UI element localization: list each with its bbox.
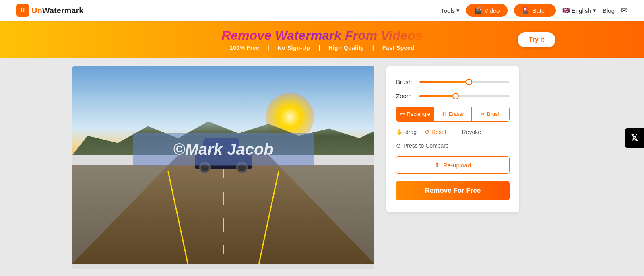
flag-icon: 🇬🇧 [562, 7, 570, 14]
logo[interactable]: U UnWatermark [16, 4, 83, 17]
banner-content: Remove Watermark From Videos 100% Free |… [221, 28, 423, 51]
mail-icon[interactable]: ✉ [621, 6, 628, 15]
eraser-tool-button[interactable]: 🗑 Eraser [434, 107, 472, 121]
right-spacer [519, 66, 644, 269]
left-spacer [0, 66, 72, 269]
brush-tool-button[interactable]: ✏ Brush [472, 107, 509, 121]
action-row: ✋ drag ↺ Reset ← Revoke [396, 129, 510, 135]
tool-buttons-group: ▭ Rectangle 🗑 Eraser ✏ Brush [396, 107, 510, 122]
x-twitter-button[interactable]: 𝕏 [625, 128, 644, 148]
banner-quality: High Quality [328, 45, 364, 51]
brush-label: Brush [396, 78, 414, 85]
zoom-slider-track[interactable] [419, 95, 510, 97]
banner-speed: Fast Speed [382, 45, 415, 51]
brush-icon: ✏ [481, 111, 485, 117]
drag-button[interactable]: ✋ drag [396, 129, 417, 135]
road-center-lines [223, 165, 224, 254]
zoom-slider-fill [419, 95, 456, 97]
logo-text: UnWatermark [31, 6, 83, 15]
controls-panel: Brush Zoom ▭ Rectangle 🗑 Eraser [386, 66, 519, 212]
hand-icon: ✋ [396, 129, 403, 135]
rectangle-tool-button[interactable]: ▭ Rectangle [396, 107, 434, 121]
zoom-label: Zoom [396, 93, 414, 99]
zoom-slider-thumb[interactable] [452, 93, 459, 99]
batch-button[interactable]: 🎴 Batch [514, 4, 555, 17]
remove-button[interactable]: Remove For Free [396, 181, 510, 200]
banner-title: Remove Watermark From Videos [221, 28, 423, 43]
batch-icon: 🎴 [522, 7, 530, 14]
watermark-overlay: ©Mark Jacob [133, 133, 314, 165]
navbar: U UnWatermark Tools ▾ 🎬 Video 🎴 Batch 🇬🇧… [0, 0, 644, 21]
compare-icon: ⊙ [396, 142, 401, 149]
compare-row[interactable]: ⊙ Press to Compare [396, 142, 510, 149]
revoke-icon: ← [454, 129, 460, 135]
eraser-icon: 🗑 [442, 111, 447, 117]
try-it-button[interactable]: Try it [518, 32, 555, 47]
banner-subtitle: 100% Free | No Sign-Up | High Quality | … [221, 45, 423, 51]
reupload-button[interactable]: ⬆ Re-upload [396, 156, 510, 174]
tools-menu[interactable]: Tools ▾ [441, 7, 460, 14]
rectangle-icon: ▭ [400, 111, 405, 117]
language-selector[interactable]: 🇬🇧 English ▾ [562, 7, 596, 14]
blog-link[interactable]: Blog [603, 7, 615, 14]
banner-free: 100% Free [230, 45, 260, 51]
brush-slider-row: Brush [396, 78, 510, 85]
revoke-button[interactable]: ← Revoke [454, 129, 481, 135]
zoom-slider-row: Zoom [396, 93, 510, 99]
brush-slider-track[interactable] [419, 81, 510, 83]
image-area[interactable]: ©Mark Jacob [72, 66, 374, 269]
brush-slider-thumb[interactable] [466, 79, 472, 85]
video-icon: 🎬 [474, 7, 482, 14]
banner-signup: No Sign-Up [278, 45, 310, 51]
reset-button[interactable]: ↺ Reset [425, 129, 446, 135]
image-canvas: ©Mark Jacob [72, 66, 374, 264]
logo-icon: U [16, 4, 29, 17]
banner: Remove Watermark From Videos 100% Free |… [0, 21, 644, 58]
watermark-text: ©Mark Jacob [153, 140, 294, 158]
brush-slider-fill [419, 81, 469, 83]
upload-icon: ⬆ [435, 161, 440, 169]
video-button[interactable]: 🎬 Video [466, 4, 508, 17]
main-content: ©Mark Jacob Brush Zoom ▭ Rectangle [0, 58, 644, 276]
nav-right: Tools ▾ 🎬 Video 🎴 Batch 🇬🇧 English ▾ Blo… [441, 4, 628, 17]
reset-icon: ↺ [425, 129, 429, 135]
